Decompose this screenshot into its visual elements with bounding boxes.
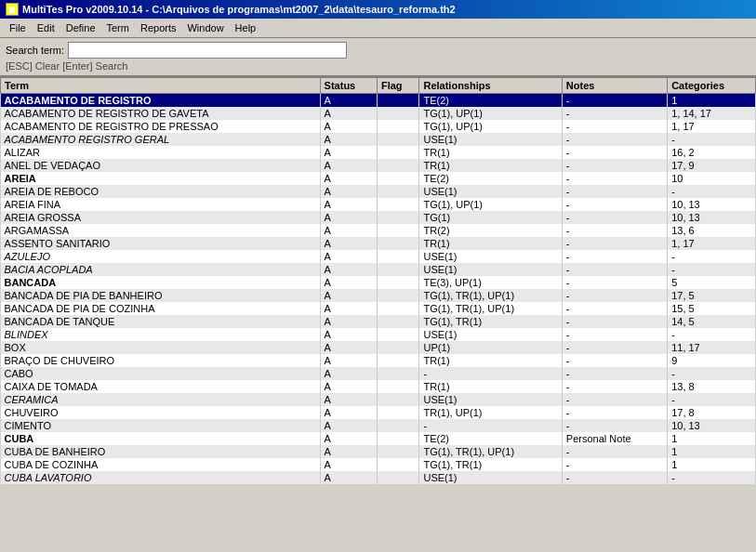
cell-flag (377, 172, 419, 185)
cell-categories: - (668, 263, 756, 276)
cell-term: BANCADA (1, 276, 321, 289)
cell-status: A (320, 302, 377, 315)
table-row[interactable]: BANCADA DE PIA DE COZINHAATG(1), TR(1), … (1, 302, 756, 315)
col-header-categories: Categories (668, 78, 756, 94)
table-container: TermStatusFlagRelationshipsNotesCategori… (0, 76, 756, 540)
search-input[interactable] (68, 42, 347, 59)
table-row[interactable]: BANCADA DE PIA DE BANHEIROATG(1), TR(1),… (1, 289, 756, 302)
cell-categories: 17, 9 (668, 159, 756, 172)
table-row[interactable]: ASSENTO SANITARIOATR(1)-1, 17 (1, 237, 756, 250)
cell-relationships: TG(1), UP(1) (419, 198, 562, 211)
table-row[interactable]: AZULEJOAUSE(1)-- (1, 250, 756, 263)
cell-categories: 1 (668, 445, 756, 458)
cell-categories: 5 (668, 276, 756, 289)
cell-notes: - (562, 393, 667, 406)
menu-item-window[interactable]: Window (181, 20, 229, 35)
cell-categories: 1 (668, 94, 756, 108)
cell-categories: - (668, 367, 756, 380)
search-bar: Search term: [ESC] Clear [Enter] Search (0, 38, 756, 76)
cell-status: A (320, 107, 377, 120)
table-row[interactable]: ARGAMASSAATR(2)-13, 6 (1, 224, 756, 237)
table-row[interactable]: CHUVEIROATR(1), UP(1)-17, 8 (1, 406, 756, 419)
cell-term: ANEL DE VEDAÇAO (1, 159, 321, 172)
cell-relationships: USE(1) (419, 185, 562, 198)
table-row[interactable]: AREIA GROSSAATG(1)-10, 13 (1, 211, 756, 224)
cell-categories: - (668, 393, 756, 406)
table-row[interactable]: ACABAMENTO DE REGISTROATE(2)-1 (1, 94, 756, 108)
table-row[interactable]: ANEL DE VEDAÇAOATR(1)-17, 9 (1, 159, 756, 172)
table-row[interactable]: BLINDEXAUSE(1)-- (1, 328, 756, 341)
table-row[interactable]: BANCADAATE(3), UP(1)-5 (1, 276, 756, 289)
table-row[interactable]: CABOA--- (1, 367, 756, 380)
cell-status: A (320, 393, 377, 406)
cell-term: BOX (1, 341, 321, 354)
cell-categories: 17, 8 (668, 406, 756, 419)
cell-flag (377, 367, 419, 380)
cell-flag (377, 341, 419, 354)
table-row[interactable]: ALIZARATR(1)-16, 2 (1, 146, 756, 159)
cell-notes: - (562, 276, 667, 289)
menu-item-file[interactable]: File (4, 20, 32, 35)
menu-item-term[interactable]: Term (101, 20, 135, 35)
cell-categories: 1 (668, 432, 756, 445)
cell-notes: - (562, 198, 667, 211)
cell-notes: - (562, 289, 667, 302)
cell-notes: - (562, 133, 667, 146)
cell-term: CUBA LAVATORIO (1, 471, 321, 484)
table-row[interactable]: AREIAATE(2)-10 (1, 172, 756, 185)
title-text: MultiTes Pro v2009.10.14 - C:\Arquivos d… (22, 4, 456, 15)
menu-item-reports[interactable]: Reports (135, 20, 182, 35)
table-row[interactable]: CIMENTOA--10, 13 (1, 419, 756, 432)
cell-relationships: TR(1) (419, 380, 562, 393)
cell-relationships: USE(1) (419, 250, 562, 263)
cell-categories: 10, 13 (668, 211, 756, 224)
menu-item-define[interactable]: Define (60, 20, 101, 35)
table-row[interactable]: CAIXA DE TOMADAATR(1)-13, 8 (1, 380, 756, 393)
cell-relationships: TE(2) (419, 94, 562, 108)
cell-relationships: TR(1) (419, 354, 562, 367)
cell-status: A (320, 94, 377, 108)
cell-relationships: TR(1) (419, 237, 562, 250)
table-row[interactable]: CUBA LAVATORIOAUSE(1)-- (1, 471, 756, 484)
cell-relationships: USE(1) (419, 393, 562, 406)
table-row[interactable]: AREIA DE REBOCOAUSE(1)-- (1, 185, 756, 198)
cell-categories: 1 (668, 458, 756, 471)
cell-flag (377, 302, 419, 315)
cell-term: AREIA FINA (1, 198, 321, 211)
cell-term: BLINDEX (1, 328, 321, 341)
table-row[interactable]: ACABAMENTO REGISTRO GERALAUSE(1)-- (1, 133, 756, 146)
cell-flag (377, 289, 419, 302)
cell-relationships: TG(1), TR(1), UP(1) (419, 289, 562, 302)
menu-item-edit[interactable]: Edit (32, 20, 60, 35)
cell-relationships: TR(1) (419, 159, 562, 172)
table-row[interactable]: CUBA DE COZINHAATG(1), TR(1)-1 (1, 458, 756, 471)
table-row[interactable]: CUBA DE BANHEIROATG(1), TR(1), UP(1)-1 (1, 445, 756, 458)
cell-categories: 16, 2 (668, 146, 756, 159)
cell-relationships: TG(1), TR(1) (419, 458, 562, 471)
cell-relationships: TR(2) (419, 224, 562, 237)
cell-notes: - (562, 406, 667, 419)
cell-flag (377, 380, 419, 393)
menu-item-help[interactable]: Help (230, 20, 262, 35)
table-row[interactable]: BANCADA DE TANQUEATG(1), TR(1)-14, 5 (1, 315, 756, 328)
cell-status: A (320, 172, 377, 185)
cell-term: AZULEJO (1, 250, 321, 263)
table-row[interactable]: CERAMICAAUSE(1)-- (1, 393, 756, 406)
cell-flag (377, 224, 419, 237)
cell-status: A (320, 211, 377, 224)
cell-categories: 11, 17 (668, 341, 756, 354)
cell-relationships: USE(1) (419, 328, 562, 341)
table-row[interactable]: BRAÇO DE CHUVEIROATR(1)-9 (1, 354, 756, 367)
cell-term: CERAMICA (1, 393, 321, 406)
table-row[interactable]: AREIA FINAATG(1), UP(1)-10, 13 (1, 198, 756, 211)
table-row[interactable]: CUBAATE(2)Personal Note1 (1, 432, 756, 445)
cell-status: A (320, 198, 377, 211)
table-row[interactable]: ACABAMENTO DE REGISTRO DE PRESSAOATG(1),… (1, 120, 756, 133)
cell-flag (377, 133, 419, 146)
table-row[interactable]: BACIA ACOPLADAAUSE(1)-- (1, 263, 756, 276)
cell-notes: - (562, 250, 667, 263)
cell-status: A (320, 237, 377, 250)
table-row[interactable]: ACABAMENTO DE REGISTRO DE GAVETAATG(1), … (1, 107, 756, 120)
table-row[interactable]: BOXAUP(1)-11, 17 (1, 341, 756, 354)
cell-relationships: - (419, 367, 562, 380)
